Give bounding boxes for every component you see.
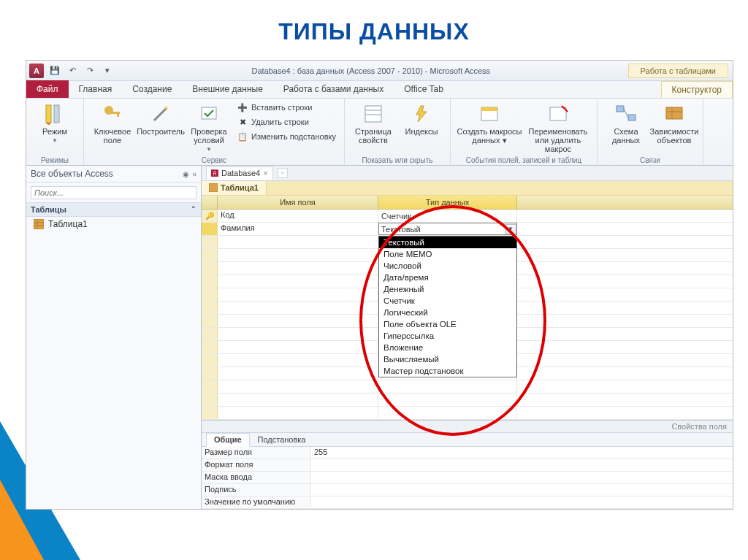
view-button[interactable]: Режим ▼ xyxy=(32,101,77,144)
nav-header[interactable]: Все объекты Access ◉ « xyxy=(26,166,201,183)
field-name-cell[interactable] xyxy=(218,262,378,275)
row-selector[interactable] xyxy=(202,315,218,327)
field-name-cell[interactable] xyxy=(218,380,378,393)
modify-lookups-button[interactable]: 📋Изменить подстановку xyxy=(234,130,338,143)
object-tab-table1[interactable]: Таблица1 xyxy=(202,181,267,196)
property-row[interactable]: Формат поля xyxy=(202,459,733,472)
row-selector[interactable] xyxy=(202,275,218,288)
tab-design[interactable]: Конструктор xyxy=(661,81,733,98)
tab-file[interactable]: Файл xyxy=(26,80,69,98)
dropdown-item[interactable]: Вложение xyxy=(379,342,516,353)
property-row[interactable]: Значение по умолчанию xyxy=(202,496,733,509)
design-row[interactable]: 🔑КодСчетчик xyxy=(202,210,733,223)
tab-external-data[interactable]: Внешние данные xyxy=(182,80,273,98)
object-dependencies-button[interactable]: Зависимости объектов xyxy=(652,101,697,145)
dropdown-item[interactable]: Логический xyxy=(379,307,516,318)
tab-office[interactable]: Office Tab xyxy=(394,80,454,98)
tab-database-tools[interactable]: Работа с базами данных xyxy=(273,80,394,98)
field-name-cell[interactable] xyxy=(218,315,378,327)
design-row[interactable] xyxy=(202,380,733,394)
dropdown-item[interactable]: Денежный xyxy=(379,283,516,295)
field-name-cell[interactable] xyxy=(218,354,378,367)
property-row[interactable]: Маска ввода xyxy=(202,472,733,484)
new-tab-button[interactable]: ▫ xyxy=(278,168,288,178)
primary-key-button[interactable]: Ключевое поле xyxy=(90,101,135,145)
column-header-field-name[interactable]: Имя поля xyxy=(218,196,378,209)
row-selector[interactable] xyxy=(202,341,218,353)
row-selector[interactable] xyxy=(202,288,218,301)
field-name-cell[interactable] xyxy=(218,288,378,301)
document-tab[interactable]: 🅰 Database4 × xyxy=(206,166,273,180)
dropdown-item[interactable]: Счетчик xyxy=(379,295,516,307)
property-value[interactable]: 255 xyxy=(311,447,733,459)
dropdown-item[interactable]: Вычисляемый xyxy=(379,353,516,365)
data-type-cell[interactable]: Счетчик xyxy=(378,210,517,222)
dropdown-item[interactable]: Гиперссылка xyxy=(379,330,516,342)
field-name-cell[interactable] xyxy=(218,394,378,406)
tab-create[interactable]: Создание xyxy=(122,80,182,98)
indexes-button[interactable]: Индексы xyxy=(399,101,444,136)
qat-save-icon[interactable]: 💾 xyxy=(48,64,61,77)
row-selector[interactable] xyxy=(202,328,218,340)
dropdown-item[interactable]: Числовой xyxy=(379,260,516,272)
row-selector[interactable] xyxy=(202,380,218,393)
property-value[interactable] xyxy=(311,484,733,496)
property-value[interactable] xyxy=(311,496,733,508)
data-type-cell[interactable]: Текстовый▼ xyxy=(378,223,517,235)
dropdown-arrow-icon[interactable]: ▼ xyxy=(505,224,516,234)
delete-rows-button[interactable]: ✖Удалить строки xyxy=(234,115,338,129)
row-selector-header[interactable] xyxy=(202,196,218,209)
properties-tab-general[interactable]: Общие xyxy=(206,433,250,447)
design-row[interactable]: ФамилияТекстовый▼ xyxy=(202,223,733,236)
qat-undo-icon[interactable]: ↶ xyxy=(66,64,79,77)
builder-button[interactable]: Построитель xyxy=(138,101,183,136)
row-selector[interactable] xyxy=(202,249,218,261)
design-row[interactable] xyxy=(202,394,733,407)
data-type-cell[interactable] xyxy=(378,380,517,393)
field-name-cell[interactable] xyxy=(218,302,378,314)
nav-search-input[interactable] xyxy=(31,186,196,199)
relationships-button[interactable]: Схема данных xyxy=(603,101,649,145)
property-sheet-button[interactable]: Страница свойств xyxy=(351,101,396,145)
field-name-cell[interactable] xyxy=(218,367,378,380)
qat-customize-icon[interactable]: ▾ xyxy=(101,64,114,77)
nav-category-tables[interactable]: Таблицы ⌃ xyxy=(26,202,201,217)
close-tab-icon[interactable]: × xyxy=(263,169,267,177)
data-type-cell[interactable] xyxy=(378,394,517,406)
nav-item-table1[interactable]: Таблица1 xyxy=(26,217,201,231)
validation-button[interactable]: Проверка условий ▼ xyxy=(186,101,232,153)
dropdown-item[interactable]: Дата/время xyxy=(379,272,516,283)
field-name-cell[interactable] xyxy=(218,236,378,248)
row-selector[interactable] xyxy=(202,302,218,314)
field-name-cell[interactable] xyxy=(218,249,378,261)
row-selector[interactable] xyxy=(202,262,218,275)
row-selector[interactable] xyxy=(202,367,218,380)
qat-redo-icon[interactable]: ↷ xyxy=(83,64,96,77)
column-header-data-type[interactable]: Тип данных xyxy=(378,196,517,209)
collapse-nav-icon[interactable]: « xyxy=(192,170,196,178)
row-selector[interactable] xyxy=(202,236,218,248)
row-selector[interactable] xyxy=(202,407,218,419)
row-selector[interactable]: 🔑 xyxy=(202,210,218,222)
property-row[interactable]: Размер поля255 xyxy=(202,447,733,459)
insert-rows-button[interactable]: ➕Вставить строки xyxy=(234,101,338,114)
tab-home[interactable]: Главная xyxy=(69,80,123,98)
property-row[interactable]: Подпись xyxy=(202,484,733,496)
field-name-cell[interactable]: Код xyxy=(218,210,378,222)
dropdown-item[interactable]: Мастер подстановок xyxy=(379,365,516,377)
data-type-dropdown[interactable]: ТекстовыйПоле МЕМОЧисловойДата/времяДене… xyxy=(378,236,517,377)
rename-delete-macro-button[interactable]: Переименовать или удалить макрос xyxy=(525,101,591,153)
field-name-cell[interactable]: Фамилия xyxy=(218,223,378,235)
dropdown-item[interactable]: Поле объекта OLE xyxy=(379,318,516,330)
property-value[interactable] xyxy=(311,472,733,483)
field-name-cell[interactable] xyxy=(218,341,378,353)
property-value[interactable] xyxy=(311,459,733,471)
chevron-circle-icon[interactable]: ◉ xyxy=(183,170,189,178)
field-name-cell[interactable] xyxy=(218,328,378,340)
dropdown-item[interactable]: Текстовый xyxy=(379,237,516,248)
field-name-cell[interactable] xyxy=(218,407,378,419)
design-row[interactable] xyxy=(202,407,733,420)
row-selector[interactable] xyxy=(202,394,218,406)
row-selector[interactable] xyxy=(202,223,218,235)
data-type-cell[interactable] xyxy=(378,407,517,419)
